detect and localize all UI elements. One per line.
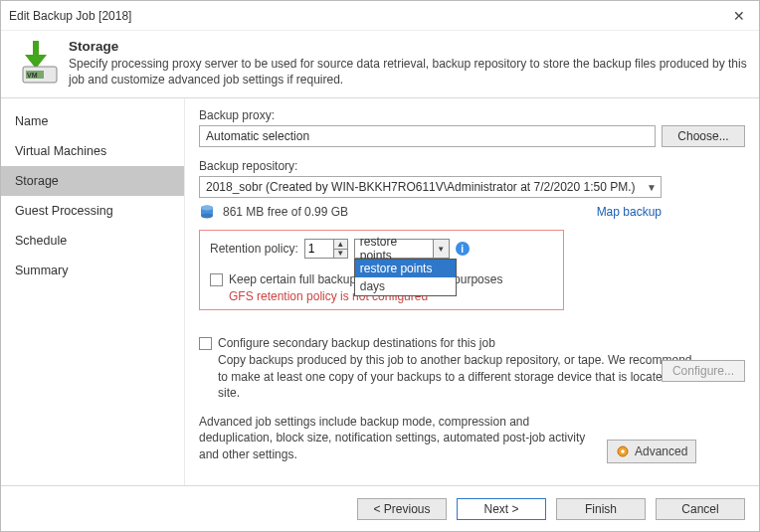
backup-proxy-input[interactable]: Automatic selection (199, 125, 656, 147)
page-title: Storage (69, 39, 749, 54)
retention-count-spinner[interactable]: ▲ ▼ (304, 239, 348, 259)
keep-full-backups-checkbox[interactable] (210, 273, 223, 286)
disk-free-text: 861 MB free of 0.99 GB (223, 205, 348, 219)
content-area: Backup proxy: Automatic selection Choose… (185, 98, 759, 485)
chevron-down-icon[interactable]: ▼ (433, 240, 449, 258)
keep-full-backups-label-pre: Keep certain full backups (229, 272, 362, 286)
map-backup-link[interactable]: Map backup (597, 205, 662, 219)
retention-option-days[interactable]: days (355, 277, 456, 295)
retention-unit-dropdown: restore points days (354, 259, 457, 296)
svg-point-6 (201, 206, 213, 211)
wizard-nav: Name Virtual Machines Storage Guest Proc… (1, 98, 185, 485)
secondary-destinations-label: Configure secondary backup destinations … (218, 336, 495, 350)
nav-item-storage[interactable]: Storage (1, 166, 184, 196)
nav-item-name[interactable]: Name (1, 106, 184, 136)
nav-item-virtual-machines[interactable]: Virtual Machines (1, 136, 184, 166)
choose-proxy-button[interactable]: Choose... (662, 125, 745, 147)
retention-unit-combo[interactable]: restore points ▼ restore points days (354, 239, 450, 259)
edit-backup-job-window: Edit Backup Job [2018] ✕ VM Storage Spec… (0, 0, 760, 532)
retention-policy-label: Retention policy: (210, 242, 298, 256)
nav-item-schedule[interactable]: Schedule (1, 226, 184, 256)
info-icon[interactable]: i (456, 242, 470, 256)
keep-full-backups-label-post: purposes (454, 272, 502, 286)
wizard-footer: < Previous Next > Finish Cancel (1, 485, 759, 531)
page-header: VM Storage Specify processing proxy serv… (1, 31, 759, 98)
advanced-button[interactable]: Advanced (607, 440, 696, 463)
page-description: Specify processing proxy server to be us… (69, 56, 749, 88)
close-button[interactable]: ✕ (727, 8, 751, 24)
svg-text:VM: VM (27, 72, 38, 79)
advanced-settings-desc: Advanced job settings include backup mod… (199, 414, 597, 463)
retention-highlight-box: Retention policy: ▲ ▼ restore points ▼ r… (199, 230, 564, 310)
next-button[interactable]: Next > (457, 498, 546, 520)
backup-proxy-label: Backup proxy: (199, 108, 745, 122)
finish-button[interactable]: Finish (556, 498, 646, 520)
disk-icon (199, 204, 215, 220)
nav-item-summary[interactable]: Summary (1, 256, 184, 285)
storage-icon: VM (11, 39, 61, 87)
window-title: Edit Backup Job [2018] (9, 9, 727, 23)
previous-button[interactable]: < Previous (357, 498, 447, 520)
svg-point-5 (201, 214, 213, 219)
svg-point-8 (621, 449, 625, 453)
titlebar: Edit Backup Job [2018] ✕ (1, 1, 759, 31)
secondary-destinations-checkbox[interactable] (199, 337, 212, 350)
retention-count-input[interactable] (305, 240, 333, 258)
cancel-button[interactable]: Cancel (656, 498, 745, 520)
secondary-destinations-desc: Copy backups produced by this job to ano… (218, 352, 695, 401)
gear-icon (616, 444, 630, 458)
backup-repository-select[interactable]: 2018_sobr (Created by WIN-BKKH7RO611V\Ad… (199, 176, 662, 198)
spinner-down-icon[interactable]: ▼ (334, 250, 347, 259)
configure-gfs-button: Configure... (662, 360, 745, 382)
nav-item-guest-processing[interactable]: Guest Processing (1, 196, 184, 226)
backup-repository-label: Backup repository: (199, 159, 745, 173)
retention-option-restore-points[interactable]: restore points (355, 260, 456, 277)
chevron-down-icon: ▼ (647, 182, 657, 193)
